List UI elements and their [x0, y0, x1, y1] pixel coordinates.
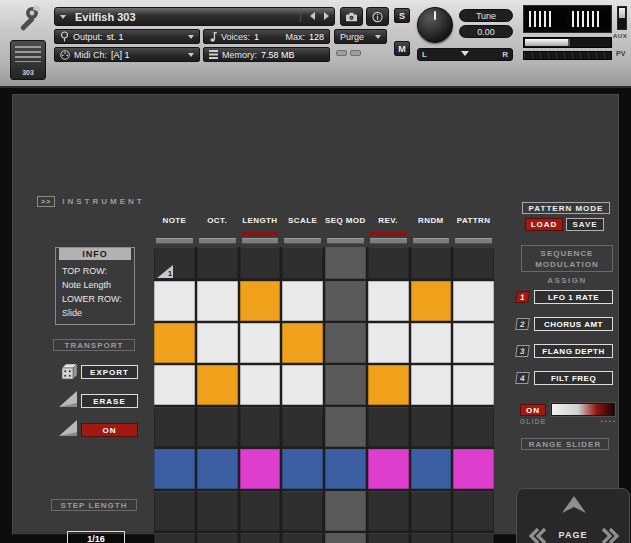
step-length-value[interactable]: 1/16	[67, 531, 125, 543]
step-cell-r8-c3[interactable]	[240, 533, 281, 543]
load-button[interactable]: LOAD	[525, 218, 563, 231]
step-cell-r7-c1[interactable]	[154, 491, 195, 531]
column-header-scale[interactable]: SCALE	[282, 216, 323, 228]
step-cell-r3-c5[interactable]	[325, 323, 366, 363]
step-cell-r1-c3[interactable]	[240, 247, 281, 279]
glide-slider[interactable]	[551, 403, 615, 416]
step-cell-r5-c1[interactable]	[154, 407, 195, 447]
step-cell-r3-c4[interactable]	[282, 323, 323, 363]
column-header-length[interactable]: LENGTH	[240, 216, 281, 228]
step-cell-r5-c4[interactable]	[282, 407, 323, 447]
page-up-button[interactable]	[562, 496, 586, 517]
volume-fader[interactable]	[523, 37, 612, 48]
column-header-note[interactable]: NOTE	[154, 216, 195, 228]
step-cell-r2-c1[interactable]	[154, 281, 195, 321]
step-cell-r2-c3[interactable]	[240, 281, 281, 321]
aux-fader[interactable]	[617, 6, 627, 30]
step-cell-r1-c6[interactable]	[368, 247, 409, 279]
step-cell-r8-c5[interactable]	[325, 533, 366, 543]
glide-on-button[interactable]: ON	[520, 404, 546, 416]
next-instrument-icon[interactable]	[324, 12, 329, 20]
step-cell-r2-c7[interactable]	[411, 281, 452, 321]
step-cell-r4-c7[interactable]	[411, 365, 452, 405]
assign-slot-label[interactable]: LFO 1 RATE	[534, 290, 613, 304]
column-header-rev-[interactable]: REV.	[368, 216, 409, 228]
step-cell-r2-c8[interactable]	[453, 281, 494, 321]
step-cell-r6-c2[interactable]	[197, 449, 238, 489]
step-cell-r3-c3[interactable]	[240, 323, 281, 363]
snapshot-camera-button[interactable]	[340, 7, 363, 26]
step-cell-r2-c6[interactable]	[368, 281, 409, 321]
output-dropdown[interactable]: Output: st. 1	[54, 29, 200, 44]
instrument-title-bar[interactable]: Evilfish 303	[54, 7, 335, 26]
step-cell-r6-c1[interactable]	[154, 449, 195, 489]
step-cell-r6-c6[interactable]	[368, 449, 409, 489]
step-cell-r3-c1[interactable]	[154, 323, 195, 363]
assign-slot-number-2[interactable]: 2	[515, 318, 530, 330]
info-button[interactable]	[366, 7, 389, 26]
step-cell-r3-c8[interactable]	[453, 323, 494, 363]
step-cell-r4-c8[interactable]	[453, 365, 494, 405]
step-cell-r4-c6[interactable]	[368, 365, 409, 405]
solo-button[interactable]: S	[394, 8, 410, 23]
step-cell-r8-c6[interactable]	[368, 533, 409, 543]
step-cell-r8-c7[interactable]	[411, 533, 452, 543]
tune-knob[interactable]	[417, 7, 453, 43]
step-cell-r7-c3[interactable]	[240, 491, 281, 531]
step-cell-r6-c8[interactable]	[453, 449, 494, 489]
pv-button[interactable]: PV	[616, 50, 625, 57]
step-cell-r1-c5[interactable]	[325, 247, 366, 279]
mute-button[interactable]: M	[394, 41, 410, 56]
step-cell-r7-c5[interactable]	[325, 491, 366, 531]
step-cell-r8-c1[interactable]	[154, 533, 195, 543]
step-cell-r1-c1[interactable]: 1	[154, 247, 195, 279]
step-cell-r4-c3[interactable]	[240, 365, 281, 405]
purge-dropdown[interactable]: Purge	[334, 29, 387, 44]
step-cell-r6-c7[interactable]	[411, 449, 452, 489]
step-cell-r7-c8[interactable]	[453, 491, 494, 531]
step-cell-r5-c2[interactable]	[197, 407, 238, 447]
assign-slot-number-4[interactable]: 4	[515, 372, 530, 384]
midi-channel-dropdown[interactable]: Midi Ch: [A] 1	[54, 47, 200, 62]
step-cell-r5-c6[interactable]	[368, 407, 409, 447]
prev-instrument-icon[interactable]	[310, 12, 315, 20]
step-cell-r7-c7[interactable]	[411, 491, 452, 531]
step-cell-r4-c2[interactable]	[197, 365, 238, 405]
rack-view-button[interactable]: 303	[10, 40, 46, 80]
step-cell-r8-c2[interactable]	[197, 533, 238, 543]
step-cell-r8-c8[interactable]: 64	[453, 533, 494, 543]
column-header-pattrn[interactable]: PATTRN	[453, 216, 494, 228]
step-cell-r1-c2[interactable]	[197, 247, 238, 279]
assign-slot-label[interactable]: FLANG DEPTH	[534, 344, 613, 358]
column-header-seq-mod[interactable]: SEQ MOD	[325, 216, 366, 228]
page-right-button[interactable]	[601, 526, 621, 543]
step-cell-r7-c2[interactable]	[197, 491, 238, 531]
step-cell-r5-c3[interactable]	[240, 407, 281, 447]
step-cell-r7-c6[interactable]	[368, 491, 409, 531]
step-cell-r4-c4[interactable]	[282, 365, 323, 405]
step-cell-r5-c5[interactable]	[325, 407, 366, 447]
pan-marker-icon[interactable]	[461, 51, 469, 56]
step-cell-r5-c8[interactable]	[453, 407, 494, 447]
assign-slot-number-3[interactable]: 3	[515, 345, 530, 357]
step-cell-r6-c3[interactable]	[240, 449, 281, 489]
export-button[interactable]: EXPORT	[81, 365, 138, 379]
erase-button[interactable]: ERASE	[81, 394, 138, 408]
step-cell-r3-c6[interactable]	[368, 323, 409, 363]
step-cell-r7-c4[interactable]	[282, 491, 323, 531]
step-cell-r2-c5[interactable]	[325, 281, 366, 321]
assign-slot-label[interactable]: FILT FREQ	[534, 371, 613, 385]
step-cell-r2-c2[interactable]	[197, 281, 238, 321]
step-cell-r3-c7[interactable]	[411, 323, 452, 363]
save-button[interactable]: SAVE	[566, 218, 604, 231]
title-dropdown-icon[interactable]	[60, 15, 66, 19]
column-header-rndm[interactable]: RNDM	[411, 216, 452, 228]
step-cell-r6-c5[interactable]	[325, 449, 366, 489]
step-cell-r4-c5[interactable]	[325, 365, 366, 405]
assign-slot-number-1[interactable]: 1	[515, 291, 530, 303]
step-cell-r4-c1[interactable]	[154, 365, 195, 405]
step-cell-r1-c8[interactable]	[453, 247, 494, 279]
step-cell-r1-c7[interactable]	[411, 247, 452, 279]
assign-slot-label[interactable]: CHORUS AMT	[534, 317, 613, 331]
step-cell-r6-c4[interactable]	[282, 449, 323, 489]
